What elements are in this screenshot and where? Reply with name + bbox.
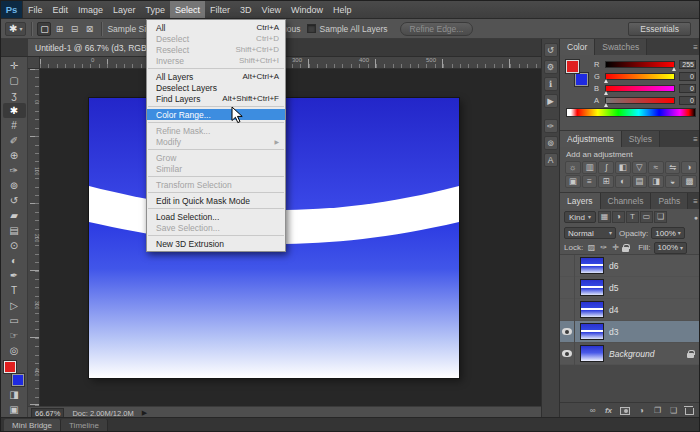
menu-edit[interactable]: Edit bbox=[48, 1, 74, 18]
layer-mask-icon[interactable] bbox=[620, 407, 630, 415]
marquee-tool[interactable]: ▢ bbox=[3, 73, 26, 88]
menu-item-new-3d-extrusion[interactable]: New 3D Extrusion bbox=[147, 238, 285, 249]
menu-item-load-selection[interactable]: Load Selection... bbox=[147, 211, 285, 222]
toolbar-color-swatches[interactable] bbox=[3, 361, 25, 386]
new-layer-icon[interactable]: ❏ bbox=[669, 406, 678, 416]
layer-row[interactable]: d6 bbox=[560, 255, 700, 277]
panel-menu-icon[interactable]: ≡ bbox=[689, 131, 700, 147]
menu-item-modify[interactable]: Modify▶ bbox=[147, 136, 285, 147]
lock-image-pixels-icon[interactable]: ✑ bbox=[598, 242, 609, 253]
foreground-color-swatch[interactable] bbox=[4, 361, 16, 373]
photo-filter-icon[interactable]: ▣ bbox=[565, 175, 581, 188]
brush-panel-icon[interactable]: ✑ bbox=[544, 119, 558, 133]
fill-field[interactable]: 100% ▾ bbox=[654, 242, 687, 254]
menu-3d[interactable]: 3D bbox=[235, 1, 257, 18]
filter-type-layers-icon[interactable]: T bbox=[626, 211, 639, 223]
filter-shape-layers-icon[interactable]: ▭ bbox=[640, 211, 653, 223]
background-color-swatch[interactable] bbox=[12, 374, 24, 386]
vertical-ruler[interactable]: 0100200300400 bbox=[28, 69, 40, 406]
actions-panel-icon[interactable]: ▶ bbox=[544, 94, 558, 108]
intersect-selection-icon[interactable]: ⊠ bbox=[82, 22, 96, 36]
slider-thumb[interactable] bbox=[604, 91, 608, 95]
lock-position-icon[interactable]: ✛ bbox=[610, 242, 621, 253]
color-balance-icon[interactable]: ⇋ bbox=[665, 161, 681, 174]
color-fg-swatch[interactable] bbox=[566, 60, 579, 73]
menu-help[interactable]: Help bbox=[328, 1, 357, 18]
menu-item-find-layers[interactable]: Find LayersAlt+Shift+Ctrl+F bbox=[147, 93, 285, 104]
color-spectrum-ramp[interactable] bbox=[566, 108, 696, 117]
menu-item-deselect-layers[interactable]: Deselect Layers bbox=[147, 82, 285, 93]
status-options-arrow[interactable]: ▶ bbox=[142, 409, 147, 417]
invert-icon[interactable]: ◐ bbox=[615, 175, 631, 188]
exposure-icon[interactable]: ◧ bbox=[615, 161, 631, 174]
color-tab-swatches[interactable]: Swatches bbox=[595, 39, 647, 55]
clone-stamp-tool[interactable]: ⊚ bbox=[3, 178, 26, 193]
layer-kind-dropdown[interactable]: Kind ▾ bbox=[564, 211, 596, 223]
slider-value[interactable]: 0 bbox=[679, 96, 696, 105]
layer-row[interactable]: d5 bbox=[560, 277, 700, 299]
slider-thumb[interactable] bbox=[604, 103, 608, 107]
filter-adjustment-layers-icon[interactable]: ◑ bbox=[612, 211, 625, 223]
add-to-selection-icon[interactable]: ⊞ bbox=[52, 22, 66, 36]
pen-tool[interactable]: ✒ bbox=[3, 268, 26, 283]
adjustments-tab-adjustments[interactable]: Adjustments bbox=[560, 131, 622, 147]
tool-preset-button[interactable]: ✱ ▾ bbox=[5, 22, 26, 36]
tab-mini-bridge[interactable]: Mini Bridge bbox=[4, 419, 61, 431]
slider-value[interactable]: 255 bbox=[679, 60, 696, 69]
layer-visibility-toggle[interactable] bbox=[560, 277, 575, 299]
brightness-contrast-icon[interactable]: ☼ bbox=[565, 161, 581, 174]
menu-item-refine-mask[interactable]: Refine Mask... bbox=[147, 125, 285, 136]
menu-image[interactable]: Image bbox=[73, 1, 108, 18]
black-white-icon[interactable]: ◑ bbox=[681, 161, 697, 174]
lock-transparent-pixels-icon[interactable]: ▨ bbox=[586, 242, 597, 253]
tab-timeline[interactable]: Timeline bbox=[61, 419, 108, 431]
layer-group-icon[interactable]: ❐ bbox=[653, 406, 662, 416]
slider-thumb[interactable] bbox=[604, 79, 608, 83]
color-lookup-icon[interactable]: ⊞ bbox=[598, 175, 614, 188]
panel-menu-icon[interactable]: ≡ bbox=[689, 39, 700, 55]
slider-value[interactable]: 0 bbox=[679, 72, 696, 81]
healing-brush-tool[interactable]: ⊕ bbox=[3, 148, 26, 163]
history-panel-icon[interactable]: ↺ bbox=[544, 43, 558, 57]
brush-tool[interactable]: ✑ bbox=[3, 163, 26, 178]
layer-row[interactable]: d3 bbox=[560, 321, 700, 343]
color-tab-color[interactable]: Color bbox=[560, 39, 595, 55]
slider-track[interactable] bbox=[605, 85, 675, 92]
clone-source-panel-icon[interactable]: ⊚ bbox=[544, 136, 558, 150]
menu-type[interactable]: Type bbox=[141, 1, 171, 18]
lock-all-icon[interactable] bbox=[622, 247, 629, 252]
refine-edge-button[interactable]: Refine Edge... bbox=[400, 22, 474, 36]
screen-mode-icon[interactable]: ▣ bbox=[3, 402, 26, 417]
adjustment-layer-icon[interactable]: ◑ bbox=[637, 406, 646, 416]
checkbox[interactable] bbox=[307, 24, 316, 33]
new-selection-icon[interactable]: ▢ bbox=[37, 22, 51, 36]
menu-item-grow[interactable]: Grow bbox=[147, 152, 285, 163]
menu-layer[interactable]: Layer bbox=[108, 1, 141, 18]
layer-visibility-toggle[interactable] bbox=[560, 343, 575, 365]
selective-color-icon[interactable]: ◒ bbox=[665, 175, 681, 188]
eyedropper-tool[interactable]: ✐ bbox=[3, 133, 26, 148]
layer-visibility-toggle[interactable] bbox=[560, 321, 575, 343]
layers-tab-channels[interactable]: Channels bbox=[601, 193, 652, 209]
menu-item-transform-selection[interactable]: Transform Selection bbox=[147, 179, 285, 190]
slider-track[interactable] bbox=[605, 97, 675, 104]
posterize-icon[interactable]: ▤ bbox=[632, 175, 648, 188]
slider-track[interactable] bbox=[605, 61, 675, 68]
subtract-from-selection-icon[interactable]: ⊟ bbox=[67, 22, 81, 36]
curves-icon[interactable]: ∫ bbox=[598, 161, 614, 174]
menu-item-deselect[interactable]: DeselectCtrl+D bbox=[147, 33, 285, 44]
layers-tab-paths[interactable]: Paths bbox=[651, 193, 688, 209]
horizontal-ruler[interactable]: 0100200300400500 bbox=[40, 57, 541, 69]
character-panel-icon[interactable]: A bbox=[544, 153, 558, 167]
quick-mask-icon[interactable]: ◨ bbox=[3, 387, 26, 402]
channel-mixer-icon[interactable]: ≡ bbox=[582, 175, 598, 188]
zoom-tool[interactable]: ◎ bbox=[3, 343, 26, 358]
menu-file[interactable]: File bbox=[23, 1, 48, 18]
menu-filter[interactable]: Filter bbox=[205, 1, 235, 18]
gradient-map-icon[interactable]: ▩ bbox=[681, 175, 697, 188]
vibrance-icon[interactable]: ▽ bbox=[632, 161, 648, 174]
workspace-switcher-button[interactable]: Essentials bbox=[628, 22, 691, 36]
shape-tool[interactable]: ▭ bbox=[3, 313, 26, 328]
opacity-field[interactable]: 100% ▾ bbox=[651, 227, 684, 239]
link-layers-icon[interactable]: ∞ bbox=[588, 406, 597, 416]
